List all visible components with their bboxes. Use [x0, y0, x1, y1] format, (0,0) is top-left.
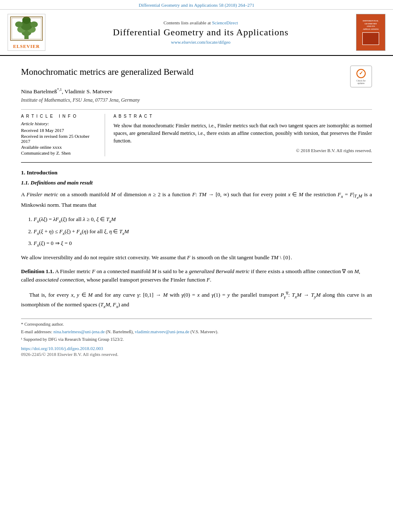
author1-sup: *,1: [57, 87, 62, 92]
elsevier-label: ELSEVIER: [10, 44, 43, 49]
doi-anchor[interactable]: https://doi.org/10.1016/j.difgeo.2018.02…: [21, 346, 103, 351]
author1-name: Nina Bartelmeß: [21, 88, 57, 95]
svg-point-5: [15, 21, 23, 27]
abstract-heading: A B S T R A C T: [113, 114, 372, 119]
journal-name-heading: Differential Geometry and its Applicatio…: [50, 27, 352, 38]
abstract-copyright: © 2018 Elsevier B.V. All rights reserved…: [113, 148, 372, 153]
received-date: Received 18 May 2017: [21, 128, 99, 133]
article-info-heading: A R T I C L E I N F O: [21, 114, 99, 119]
author2-name: , Vladimir S. Matveev: [62, 88, 112, 95]
irreversibility-para: We allow irreversibility and do not requ…: [21, 253, 372, 262]
email-link-1[interactable]: nina.bartelmess@uni-jena.de: [53, 329, 105, 334]
check-updates-label: Check forupdates: [356, 79, 366, 84]
abstract-col: A B S T R A C T We show that monochromat…: [113, 114, 372, 156]
parallel-transport-para: That is, for every x, y ∈ M and for any …: [21, 290, 372, 310]
authors-line: Nina Bartelmeß*,1, Vladimir S. Matveev: [21, 87, 372, 95]
title-row: Monochromatic metrics are generalized Be…: [21, 63, 372, 87]
footnote-emails: E-mail addresses: nina.bartelmess@uni-je…: [21, 329, 372, 335]
page-wrapper: Differential Geometry and its Applicatio…: [0, 0, 393, 532]
axiom-2: Fx(ξ + η) ≤ Fx(ξ) + Fx(η) for all ξ, η ∈…: [34, 226, 372, 237]
article-history-label: Article history:: [21, 121, 99, 126]
section-1-heading: 1. Introduction: [21, 169, 372, 176]
copyright-bottom: 0926-2245/© 2018 Elsevier B.V. All right…: [21, 352, 372, 357]
doi-link: https://doi.org/10.1016/j.difgeo.2018.02…: [21, 346, 372, 351]
section-divider-1: [21, 162, 372, 163]
definition-1-1-text: Definition 1.1. A Finsler metric F on a …: [21, 268, 360, 283]
info-abstract-row: A R T I C L E I N F O Article history: R…: [21, 109, 372, 156]
communicated-by: Communicated by Z. Shen: [21, 150, 99, 155]
footnote-1: ¹ Supported by DFG via Research Training…: [21, 337, 372, 343]
article-title: Monochromatic metrics are generalized Be…: [21, 67, 193, 77]
check-updates-badge: ✓ Check forupdates: [350, 66, 372, 87]
revised-date: Received in revised form 25 October 2017: [21, 134, 99, 144]
footnote-star: * Corresponding author.: [21, 321, 372, 328]
article-info-col: A R T I C L E I N F O Article history: R…: [21, 114, 105, 156]
contents-line: Contents lists available at ScienceDirec…: [50, 20, 352, 25]
email-link-2[interactable]: vladimir.matveev@uni-jena.de: [135, 329, 190, 334]
footnotes-area: * Corresponding author. E-mail addresses…: [21, 319, 372, 342]
abstract-text: We show that monochromatic Finsler metri…: [113, 122, 372, 145]
subsection-1-1-heading: 1.1. Definitions and main result: [21, 179, 372, 186]
svg-point-7: [22, 16, 31, 24]
journal-title-center: Contents lists available at ScienceDirec…: [50, 20, 352, 45]
check-updates-circle: ✓: [356, 69, 366, 78]
axiom-1: Fx(λξ) = λFx(ξ) for all λ ≥ 0, ξ ∈ TxM: [34, 214, 372, 225]
sciencedirect-link[interactable]: ScienceDirect: [212, 20, 238, 25]
journal-cover-image: DIFFERENTIALGEOMETRYAND ITSAPPLICATIONS: [356, 14, 385, 51]
elsevier-logo: ELSEVIER: [8, 14, 45, 51]
journal-ref-text: Differential Geometry and its Applicatio…: [139, 3, 254, 8]
available-online: Available online xxxx: [21, 145, 99, 150]
journal-url: www.elsevier.com/locate/difgeo: [50, 40, 352, 45]
intro-para-1: A Finsler metric on a smooth manifold M …: [21, 190, 372, 210]
axioms-list: Fx(λξ) = λFx(ξ) for all λ ≥ 0, ξ ∈ TxM F…: [34, 214, 372, 249]
check-updates-icon: ✓: [359, 70, 363, 76]
journal-header: ELSEVIER Contents lists available at Sci…: [0, 10, 393, 56]
elsevier-tree-icon: [10, 16, 43, 41]
article-content: Monochromatic metrics are generalized Be…: [0, 56, 393, 365]
journal-ref-bar: Differential Geometry and its Applicatio…: [0, 0, 393, 10]
axiom-3: Fx(ξ) = 0 ⇒ ξ = 0: [34, 238, 372, 249]
definition-1-1-block: Definition 1.1. A Finsler metric F on a …: [21, 267, 372, 285]
affiliation: Institute of Mathematics, FSU Jena, 0773…: [21, 97, 372, 103]
svg-point-6: [30, 21, 38, 27]
